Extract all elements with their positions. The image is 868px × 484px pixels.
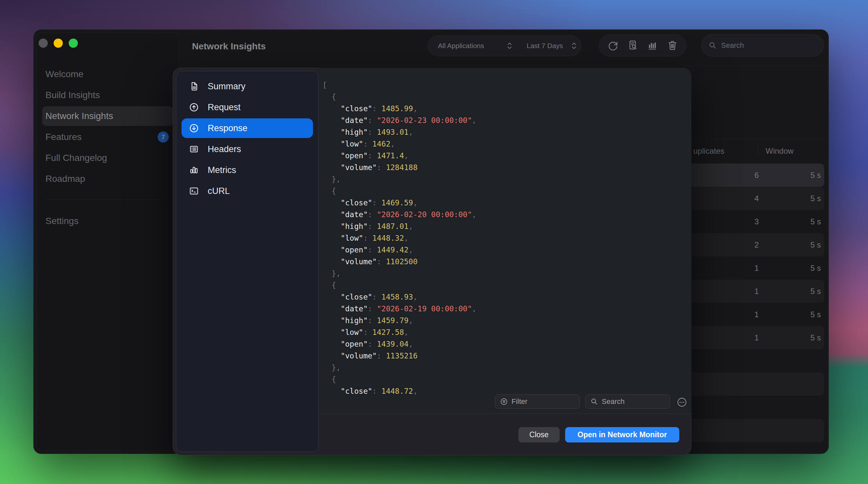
tab-label: Headers [208, 144, 241, 154]
tab-label: cURL [208, 186, 230, 196]
more-options-icon[interactable] [677, 397, 687, 408]
traffic-lights [39, 39, 78, 48]
modal-sidebar: SummaryRequestResponseHeadersMetricscURL [176, 71, 318, 452]
minimize-window-button[interactable] [54, 39, 63, 48]
tab-response[interactable]: Response [182, 118, 313, 138]
tab-summary[interactable]: Summary [182, 76, 313, 96]
response-json-code: [ { "close": 1485.99, "date": "2026-02-2… [318, 68, 691, 397]
network-insight-detail-modal: [ { "close": 1485.99, "date": "2026-02-2… [173, 68, 691, 455]
tab-label: Response [208, 123, 248, 133]
list-icon [189, 144, 199, 154]
tab-label: Request [208, 102, 241, 112]
filter-field[interactable] [495, 394, 580, 409]
arrow-down-circle-icon [189, 123, 199, 133]
tab-request[interactable]: Request [182, 97, 313, 117]
search-icon [590, 397, 598, 406]
close-button[interactable]: Close [518, 427, 560, 443]
zoom-window-button[interactable] [69, 39, 78, 48]
tab-metrics[interactable]: Metrics [182, 160, 313, 180]
tab-label: Metrics [208, 165, 236, 175]
terminal-icon [189, 186, 199, 196]
document-icon [189, 81, 199, 92]
bars-icon [189, 165, 199, 175]
filter-input[interactable] [512, 397, 575, 406]
response-json-viewer: [ { "close": 1485.99, "date": "2026-02-2… [318, 68, 691, 397]
arrow-up-circle-icon [189, 102, 199, 112]
tab-curl[interactable]: cURL [182, 181, 313, 201]
footer-divider [318, 413, 691, 414]
code-search-input[interactable] [602, 397, 665, 406]
open-in-network-monitor-button[interactable]: Open in Network Monitor [565, 427, 679, 443]
modal-tabs: SummaryRequestResponseHeadersMetricscURL [182, 76, 313, 201]
filter-icon [500, 397, 508, 406]
close-window-button[interactable] [39, 39, 48, 48]
tab-headers[interactable]: Headers [182, 139, 313, 159]
code-search-field[interactable] [585, 394, 670, 409]
tab-label: Summary [208, 82, 246, 92]
desktop: WelcomeBuild InsightsNetwork InsightsFea… [0, 0, 868, 484]
